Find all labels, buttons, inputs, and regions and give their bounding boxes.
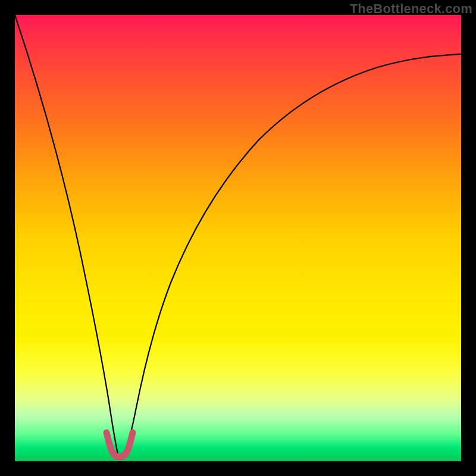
watermark-text: TheBottleneck.com — [350, 1, 472, 17]
bottleneck-curve-svg — [15, 15, 461, 461]
chart-frame — [15, 15, 461, 461]
bottleneck-curve-path — [15, 15, 461, 458]
optimal-marker-path — [107, 433, 133, 457]
